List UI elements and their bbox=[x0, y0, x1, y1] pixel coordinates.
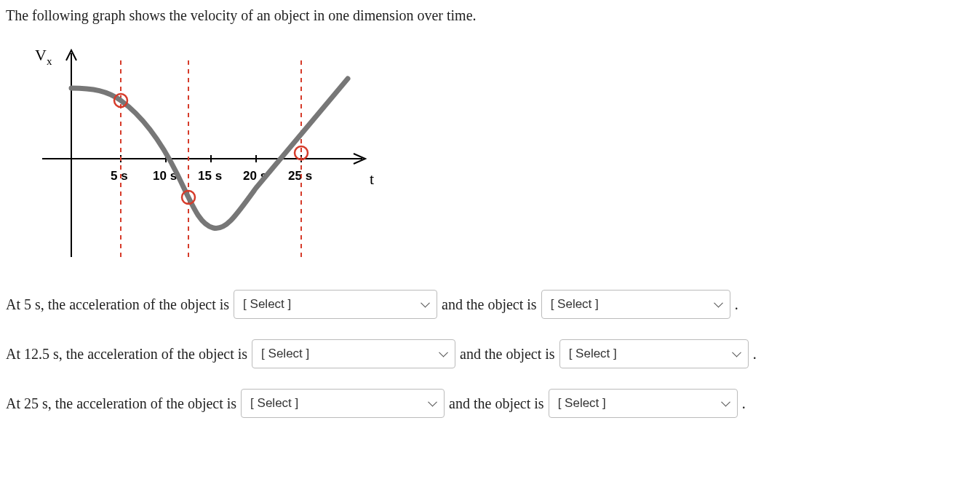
y-axis-label: V bbox=[35, 46, 47, 64]
question-row-1: At 5 s, the acceleration of the object i… bbox=[6, 290, 974, 319]
tick-25s: 25 s bbox=[288, 169, 312, 183]
q3-tail: . bbox=[742, 395, 746, 412]
tick-5s: 5 s bbox=[111, 169, 128, 183]
q1-accel-select[interactable]: [ Select ] bbox=[234, 290, 437, 319]
question-row-2: At 12.5 s, the acceleration of the objec… bbox=[6, 339, 974, 368]
q1-mid: and the object is bbox=[442, 296, 537, 313]
q2-lead: At 12.5 s, the acceleration of the objec… bbox=[6, 346, 247, 363]
tick-15s: 15 s bbox=[198, 169, 222, 183]
q2-motion-select[interactable]: [ Select ] bbox=[559, 339, 749, 368]
y-axis-label-sub: x bbox=[47, 55, 52, 67]
velocity-graph-svg: V x t 5 s 10 s 15 s 20 s 25 s bbox=[13, 39, 377, 264]
velocity-graph: V x t 5 s 10 s 15 s 20 s 25 s bbox=[13, 39, 974, 268]
q1-motion-select[interactable]: [ Select ] bbox=[541, 290, 730, 319]
q2-tail: . bbox=[753, 346, 757, 363]
q1-tail: . bbox=[735, 296, 738, 313]
q2-accel-select[interactable]: [ Select ] bbox=[252, 339, 455, 368]
q3-lead: At 25 s, the acceleration of the object … bbox=[6, 395, 236, 412]
q1-lead: At 5 s, the acceleration of the object i… bbox=[6, 296, 229, 313]
q3-accel-select[interactable]: [ Select ] bbox=[241, 389, 445, 418]
q3-motion-select[interactable]: [ Select ] bbox=[549, 389, 738, 418]
velocity-curve bbox=[71, 79, 348, 229]
q2-mid: and the object is bbox=[460, 346, 555, 363]
x-axis-label: t bbox=[370, 170, 374, 188]
q3-mid: and the object is bbox=[449, 395, 544, 412]
intro-text: The following graph shows the velocity o… bbox=[6, 7, 974, 24]
question-row-3: At 25 s, the acceleration of the object … bbox=[6, 389, 974, 418]
